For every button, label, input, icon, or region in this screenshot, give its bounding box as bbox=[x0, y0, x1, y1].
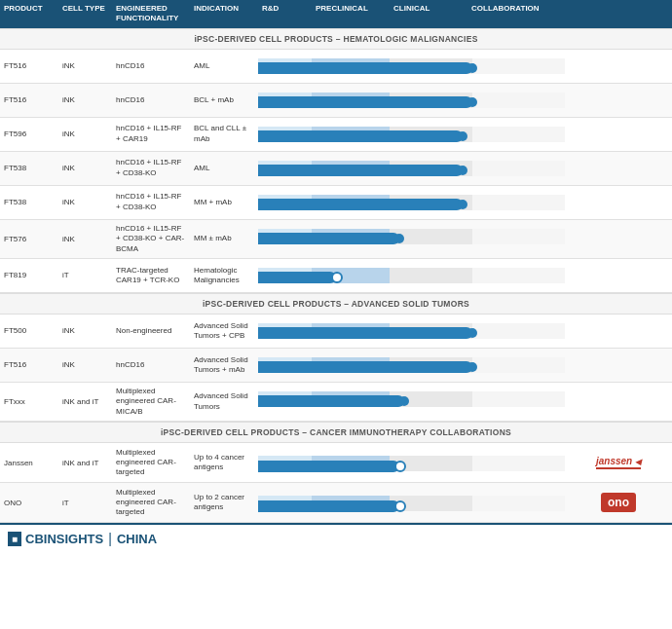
cell-type: iNK bbox=[58, 84, 112, 117]
cb-icon: ■ bbox=[12, 534, 18, 544]
janssen-logo: janssen ◀ bbox=[596, 456, 641, 469]
cell-product: FT516 bbox=[0, 349, 58, 382]
table-header: PRODUCT CELL TYPE ENGINEERED FUNCTIONALI… bbox=[0, 0, 672, 28]
cell-collab bbox=[565, 383, 672, 421]
table-row: FT538 iNK hnCD16 + IL15-RF + CD38-KO MM … bbox=[0, 186, 672, 220]
cell-type: iNK and iT bbox=[58, 443, 112, 482]
cell-product: FT538 bbox=[0, 152, 58, 185]
cell-indication: Up to 2 cancer antigens bbox=[190, 483, 258, 522]
cell-type: iNK bbox=[58, 118, 112, 151]
pipeline-table: PRODUCT CELL TYPE ENGINEERED FUNCTIONALI… bbox=[0, 0, 672, 552]
ono-logo: ono bbox=[601, 493, 636, 512]
cell-engfunc: Non-engineered bbox=[112, 314, 190, 348]
cell-type: iNK bbox=[58, 220, 112, 258]
cell-product: FT596 bbox=[0, 118, 58, 151]
cell-engfunc: hnCD16 + IL15-RF + CAR19 bbox=[112, 118, 190, 151]
cell-bars bbox=[258, 118, 565, 151]
section-collaborations: iPSC-DERIVED CELL PRODUCTS – CANCER IMMU… bbox=[0, 422, 672, 443]
cell-indication: Up to 4 cancer antigens bbox=[190, 443, 258, 482]
cell-collab bbox=[565, 259, 672, 292]
cb-insights-label: CB bbox=[25, 532, 44, 546]
table-row: FT516 iNK hnCD16 BCL + mAb bbox=[0, 84, 672, 118]
cell-engfunc: Multiplexed engineered CAR-MICA/B bbox=[112, 383, 190, 421]
table-row: FTxxx iNK and iT Multiplexed engineered … bbox=[0, 383, 672, 422]
footer: ■ CB INSIGHTS | CHINA bbox=[0, 523, 672, 552]
header-clinical: CLINICAL bbox=[390, 0, 467, 28]
cell-indication: Hematologic Malignancies bbox=[190, 259, 258, 292]
table-row: FT516 iNK hnCD16 Advanced Solid Tumors +… bbox=[0, 349, 672, 383]
cell-indication: Advanced Solid Tumors + mAb bbox=[190, 349, 258, 382]
cell-type: iNK bbox=[58, 314, 112, 348]
cell-bars bbox=[258, 186, 565, 219]
cb-box: ■ bbox=[8, 532, 21, 546]
cell-type: iNK bbox=[58, 186, 112, 219]
cell-collab bbox=[565, 84, 672, 117]
cell-bars bbox=[258, 220, 565, 253]
table-row: FT516 iNK hnCD16 AML bbox=[0, 50, 672, 84]
cell-bars bbox=[258, 50, 565, 83]
cell-collab bbox=[565, 220, 672, 258]
cell-product: FT516 bbox=[0, 84, 58, 117]
cell-indication: AML bbox=[190, 152, 258, 185]
header-product: PRODUCT bbox=[0, 0, 58, 28]
cell-bars bbox=[258, 84, 565, 117]
table-row: FT538 iNK hnCD16 + IL15-RF + CD38-KO AML bbox=[0, 152, 672, 186]
cell-engfunc: hnCD16 + IL15-RF + CD38-KO bbox=[112, 186, 190, 219]
insights-label: INSIGHTS bbox=[44, 532, 103, 546]
cell-product: FT538 bbox=[0, 186, 58, 219]
cell-type: iNK and iT bbox=[58, 383, 112, 421]
cell-product: FT516 bbox=[0, 50, 58, 83]
cell-collab-janssen: janssen ◀ bbox=[565, 443, 672, 482]
cell-collab bbox=[565, 349, 672, 382]
cell-type: iNK bbox=[58, 152, 112, 185]
table-row: FT576 iNK hnCD16 + IL15-RF + CD38-KO + C… bbox=[0, 220, 672, 259]
cell-collab-ono: ono bbox=[565, 483, 672, 522]
header-celltype: CELL TYPE bbox=[58, 0, 112, 28]
cell-bars bbox=[258, 314, 565, 348]
cell-bars bbox=[258, 443, 565, 482]
cell-engfunc: Multiplexed engineered CAR-targeted bbox=[112, 443, 190, 482]
cell-indication: AML bbox=[190, 50, 258, 83]
cell-engfunc: hnCD16 + IL15-RF + CD38-KO + CAR-BCMA bbox=[112, 220, 190, 258]
section-solid-tumors: iPSC-DERIVED CELL PRODUCTS – ADVANCED SO… bbox=[0, 293, 672, 314]
cell-product: FTxxx bbox=[0, 383, 58, 421]
cb-logo-box: ■ CB INSIGHTS | CHINA bbox=[8, 531, 157, 546]
table-row: FT500 iNK Non-engineered Advanced Solid … bbox=[0, 314, 672, 349]
cell-indication: Advanced Solid Tumors + CPB bbox=[190, 314, 258, 348]
cell-engfunc: hnCD16 bbox=[112, 84, 190, 117]
cell-type: iT bbox=[58, 483, 112, 522]
cell-indication: MM + mAb bbox=[190, 186, 258, 219]
table-row: Janssen iNK and iT Multiplexed engineere… bbox=[0, 443, 672, 483]
cell-collab bbox=[565, 118, 672, 151]
cell-product: Janssen bbox=[0, 443, 58, 482]
cell-product: FT576 bbox=[0, 220, 58, 258]
cell-product: FT500 bbox=[0, 314, 58, 348]
cell-bars bbox=[258, 259, 565, 292]
section-hematologic: iPSC-DERIVED CELL PRODUCTS – HEMATOLOGIC… bbox=[0, 28, 672, 50]
cell-engfunc: Multiplexed engineered CAR-targeted bbox=[112, 483, 190, 522]
header-engfunc: ENGINEERED FUNCTIONALITY bbox=[112, 0, 190, 28]
cell-engfunc: TRAC-targeted CAR19 + TCR-KO bbox=[112, 259, 190, 292]
table-row: FT819 iT TRAC-targeted CAR19 + TCR-KO He… bbox=[0, 259, 672, 293]
cell-engfunc: hnCD16 + IL15-RF + CD38-KO bbox=[112, 152, 190, 185]
cell-indication: BCL + mAb bbox=[190, 84, 258, 117]
header-preclinical: PRECLINICAL bbox=[312, 0, 390, 28]
table-row: FT596 iNK hnCD16 + IL15-RF + CAR19 BCL a… bbox=[0, 118, 672, 152]
table-row: ONO iT Multiplexed engineered CAR-target… bbox=[0, 483, 672, 523]
cell-type: iNK bbox=[58, 349, 112, 382]
separator: | bbox=[108, 531, 112, 546]
china-label: CHINA bbox=[117, 532, 157, 546]
cell-bars bbox=[258, 152, 565, 185]
cell-product: ONO bbox=[0, 483, 58, 522]
cell-engfunc: hnCD16 bbox=[112, 50, 190, 83]
cell-collab bbox=[565, 152, 672, 185]
cell-type: iNK bbox=[58, 50, 112, 83]
cell-collab bbox=[565, 50, 672, 83]
cell-bars bbox=[258, 483, 565, 522]
cell-bars bbox=[258, 383, 565, 416]
header-rd: R&D bbox=[258, 0, 312, 28]
cell-indication: BCL and CLL ± mAb bbox=[190, 118, 258, 151]
cell-collab bbox=[565, 186, 672, 219]
cell-collab bbox=[565, 314, 672, 348]
cell-indication: Advanced Solid Tumors bbox=[190, 383, 258, 421]
